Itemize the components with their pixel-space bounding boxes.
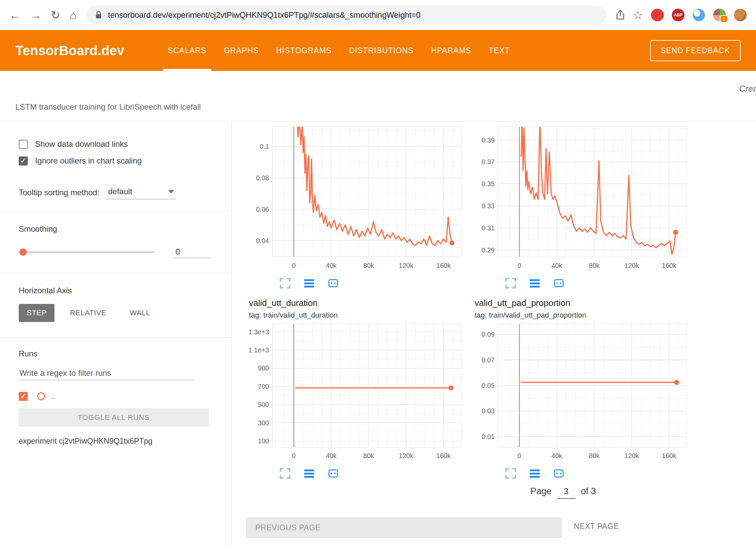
tensorboard-header: TensorBoard.dev SCALARS GRAPHS HISTOGRAM… xyxy=(0,30,756,71)
svg-text:0.09: 0.09 xyxy=(482,331,495,338)
svg-text:0: 0 xyxy=(517,262,521,269)
reload-icon[interactable]: ↻ xyxy=(51,9,60,21)
run-color-swatch[interactable] xyxy=(37,392,45,400)
profile-avatar-icon[interactable]: 1 xyxy=(713,9,726,21)
forward-icon[interactable]: → xyxy=(30,9,41,21)
chart-title: valid_utt_duration xyxy=(249,298,463,308)
line-chart[interactable]: 0.390.370.350.330.310.29040k80k120k160k xyxy=(475,127,688,272)
page-of-label: of 3 xyxy=(581,486,596,497)
page-number-input[interactable] xyxy=(557,486,576,499)
toggle-all-runs-button[interactable]: TOGGLE ALL RUNS xyxy=(19,408,209,427)
send-feedback-button[interactable]: SEND FEEDBACK xyxy=(650,40,741,61)
runs-label: Runs xyxy=(0,349,231,358)
svg-text:500: 500 xyxy=(258,401,269,408)
expand-chart-icon[interactable] xyxy=(280,278,290,289)
svg-text:120k: 120k xyxy=(399,452,413,459)
chart-toolbar xyxy=(505,468,688,479)
extension-generic-icon[interactable] xyxy=(692,9,705,21)
chevron-down-icon xyxy=(168,190,174,194)
tooltip-sort-value: default xyxy=(108,187,132,196)
runs-selector-icon[interactable] xyxy=(304,468,314,479)
fit-domain-icon[interactable] xyxy=(328,468,339,479)
show-download-checkbox[interactable] xyxy=(19,140,28,149)
address-bar[interactable]: tensorboard.dev/experiment/cj2vtPiwQHKN9… xyxy=(86,6,606,24)
divider xyxy=(0,337,231,338)
tab-scalars[interactable]: SCALARS xyxy=(168,30,207,71)
clipped-right-text: Crea xyxy=(739,84,756,94)
expand-chart-icon[interactable] xyxy=(280,468,290,479)
back-icon[interactable]: ← xyxy=(9,9,21,21)
chart-toolbar xyxy=(505,278,688,289)
tab-hparams[interactable]: HPARAMS xyxy=(431,30,471,71)
svg-text:300: 300 xyxy=(258,419,269,427)
svg-text:80k: 80k xyxy=(363,452,374,459)
runs-selector-icon[interactable] xyxy=(304,278,314,289)
pagination: Page of 3 xyxy=(530,486,596,499)
tooltip-sort-label: Tooltip sorting method: xyxy=(19,188,99,197)
tab-histograms[interactable]: HISTOGRAMS xyxy=(276,30,332,71)
svg-text:0.01: 0.01 xyxy=(482,433,495,440)
svg-text:900: 900 xyxy=(258,364,269,372)
line-chart[interactable]: 1.3e+31.1e+3900700500300100040k80k120k16… xyxy=(249,324,463,463)
smoothing-value-input[interactable] xyxy=(173,246,211,258)
subheader: Crea LSTM transducer training for LibriS… xyxy=(0,71,756,121)
runs-selector-icon[interactable] xyxy=(529,278,540,289)
cookie-icon[interactable] xyxy=(734,9,747,21)
home-icon[interactable]: ⌂ xyxy=(70,9,77,21)
browser-actions: ☆ ABP 1 xyxy=(616,9,747,21)
fit-domain-icon[interactable] xyxy=(553,278,564,289)
chart-tag: tag: train/valid_utt_pad_proportion xyxy=(475,311,688,320)
divider xyxy=(0,211,231,212)
svg-text:0.31: 0.31 xyxy=(482,224,495,232)
chart-card-top-right: 0.390.370.350.330.310.29040k80k120k160k xyxy=(475,123,688,289)
next-page-button[interactable]: NEXT PAGE xyxy=(574,522,619,531)
smoothing-slider[interactable] xyxy=(21,251,154,253)
fit-domain-icon[interactable] xyxy=(553,468,564,479)
expand-chart-icon[interactable] xyxy=(505,278,516,289)
lock-icon xyxy=(95,11,102,19)
svg-text:0.06: 0.06 xyxy=(256,206,269,213)
axis-wall-button[interactable]: WALL xyxy=(122,304,158,322)
smoothing-slider-thumb[interactable] xyxy=(19,248,27,256)
tooltip-sort-dropdown[interactable]: default xyxy=(106,186,176,199)
svg-text:0.04: 0.04 xyxy=(256,237,269,244)
ignore-outliers-checkbox[interactable] xyxy=(19,156,28,166)
fit-domain-icon[interactable] xyxy=(328,278,339,289)
expand-chart-icon[interactable] xyxy=(505,468,516,479)
ignore-outliers-row: Ignore outliers in chart scaling xyxy=(0,156,231,166)
svg-text:160k: 160k xyxy=(436,262,451,269)
extension-adblock-icon[interactable] xyxy=(651,9,664,21)
previous-page-button[interactable]: PREVIOUS PAGE xyxy=(246,517,562,538)
line-chart[interactable]: 0.090.070.050.030.01040k80k120k160k xyxy=(475,324,688,463)
svg-text:80k: 80k xyxy=(363,262,374,269)
axis-relative-button[interactable]: RELATIVE xyxy=(62,304,114,322)
svg-text:0: 0 xyxy=(292,452,295,459)
chart-toolbar xyxy=(280,468,463,479)
chart-card-top-left: 0.10.080.060.04040k80k120k160k xyxy=(249,123,463,289)
svg-text:700: 700 xyxy=(258,383,269,390)
ignore-outliers-label: Ignore outliers in chart scaling xyxy=(35,156,142,166)
avatar-badge: 1 xyxy=(720,15,728,23)
run-checkbox[interactable] xyxy=(19,392,28,401)
line-chart[interactable]: 0.10.080.060.04040k80k120k160k xyxy=(249,127,463,272)
show-download-row: Show data download links xyxy=(0,139,231,149)
tab-graphs[interactable]: GRAPHS xyxy=(224,30,259,71)
share-icon[interactable] xyxy=(616,10,625,20)
tooltip-sort-row: Tooltip sorting method: default xyxy=(0,186,231,199)
runs-filter-input[interactable] xyxy=(19,366,194,380)
show-download-label: Show data download links xyxy=(35,139,128,149)
svg-text:40k: 40k xyxy=(551,452,562,459)
svg-text:100: 100 xyxy=(258,437,269,445)
extension-abp-icon[interactable]: ABP xyxy=(672,9,684,21)
bookmark-star-icon[interactable]: ☆ xyxy=(633,9,643,21)
svg-text:160k: 160k xyxy=(662,262,676,269)
runs-selector-icon[interactable] xyxy=(529,468,540,479)
axis-step-button[interactable]: STEP xyxy=(19,304,54,322)
tab-distributions[interactable]: DISTRIBUTIONS xyxy=(349,30,413,71)
svg-text:40k: 40k xyxy=(326,452,337,459)
svg-text:0.05: 0.05 xyxy=(482,382,495,389)
browser-window: ← → ↻ ⌂ tensorboard.dev/experiment/cj2vt… xyxy=(0,0,756,547)
chart-card-valid-utt-duration: valid_utt_duration tag: train/valid_utt_… xyxy=(249,298,463,479)
settings-sidebar: Show data download links Ignore outliers… xyxy=(0,121,232,547)
tab-text[interactable]: TEXT xyxy=(489,30,510,71)
